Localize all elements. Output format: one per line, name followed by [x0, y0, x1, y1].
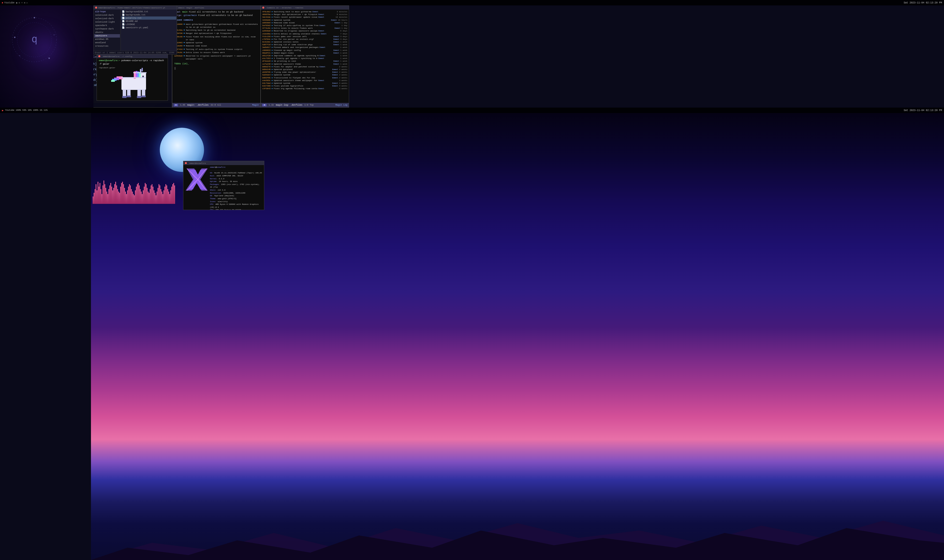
- svg-point-120: [48, 57, 50, 59]
- log-hash: e011f28: [262, 54, 271, 57]
- commit-entry: 0700c88 ● Fixes flake not building when …: [174, 35, 258, 41]
- taskbar-bottom-label: Youtube 100% 59% 10% 100% 1% 11%: [5, 109, 48, 111]
- log-hash: e1c7253: [262, 57, 271, 60]
- taskbar-bottom: ▶ Youtube 100% 59% 10% 100% 1% 11% Sat 2…: [0, 108, 944, 113]
- magit-log-close[interactable]: [262, 7, 264, 9]
- file-item[interactable]: 📄LICENSE: [121, 23, 176, 26]
- log-hash: 3dc52de: [262, 16, 271, 18]
- magit-titlebar: emacs: magit .dotfiles: [172, 6, 260, 9]
- svg-rect-27: [94, 193, 94, 204]
- neofetch-close[interactable]: [185, 162, 187, 164]
- sidebar-item[interactable]: spacedark: [94, 24, 120, 27]
- log-entry: c080033 ● Cleaned up magit config Emmet …: [262, 49, 347, 52]
- svg-rect-55: [121, 183, 122, 204]
- log-time: 3 weeks: [339, 79, 347, 82]
- log-author: Emmet: [332, 68, 338, 71]
- log-msg: Removed some bloat: [274, 22, 295, 24]
- commit-list: dee0888 ● main gitea/main gitlab/main gi…: [174, 23, 258, 60]
- file-item[interactable]: 📄backgrounds.txt: [121, 13, 176, 17]
- svg-rect-36: [102, 185, 103, 204]
- svg-rect-13: [141, 95, 146, 97]
- log-msg: Cleaned up magit config: [274, 49, 301, 52]
- log-hash: 5af93d2: [262, 24, 271, 27]
- log-bullet: ●: [271, 46, 273, 49]
- neofetch-icons: Icons: alacritty: [210, 200, 263, 203]
- taskbar-stats: ▣ ⊟ × ⊞ ▷: [16, 2, 28, 4]
- sidebar-item-uwunicorn[interactable]: uwunicorn: [94, 34, 120, 38]
- svg-rect-104: [170, 194, 170, 204]
- file-item[interactable]: 📄background256.txt: [121, 10, 176, 13]
- log-msg: Getting rid of some electron pkgs: [274, 43, 312, 46]
- log-msg: Reverted to original uwunicorn wallpa: [274, 29, 317, 32]
- file-item[interactable]: 📄uwunicorn-yt.yaml: [121, 26, 176, 29]
- log-author: Emmet: [335, 22, 341, 24]
- svg-rect-84: [150, 189, 150, 204]
- sidebar-item[interactable]: ald-hope: [94, 10, 120, 14]
- commit-msg: Ranger dnd optimization + qb filepicker: [186, 32, 232, 35]
- log-msg: Ranger dnd optimization + qb filepick: [274, 13, 317, 16]
- log-hash: 3a6b617: [262, 46, 271, 49]
- sidebar-item[interactable]: selenized-dark: [94, 17, 120, 20]
- log-bullet: ●: [271, 87, 273, 90]
- sidebar-item[interactable]: woodland: [94, 41, 120, 45]
- log-time: 1 week: [340, 46, 347, 49]
- log-hash: 8c9150c: [262, 40, 271, 43]
- log-msg: Transitioned to flatpak obs for now: [274, 76, 315, 79]
- merge-msg: Fixed all screenshots to be on gh backen…: [198, 14, 253, 17]
- taskbar-top-left: ▶ Youtube ▣ ⊟ × ⊞ ▷: [0, 1, 30, 4]
- svg-rect-70: [136, 187, 137, 204]
- fm-close-button[interactable]: [95, 7, 97, 9]
- svg-rect-74: [140, 189, 140, 204]
- log-hash: 99a8f21: [262, 52, 271, 54]
- svg-rect-95: [160, 189, 161, 204]
- log-entry: b903f05 ● Transitioned to flatpak obs fo…: [262, 76, 347, 79]
- log-bullet: ●: [271, 35, 273, 38]
- svg-rect-9: [142, 89, 145, 96]
- log-time: 1 day: [341, 24, 347, 27]
- log-entry: 4f8c8b2 ● Switching back to main github/…: [262, 10, 347, 13]
- file-item-polarity[interactable]: 📄polarity.txt: [121, 17, 176, 20]
- svg-rect-57: [123, 184, 124, 204]
- svg-point-118: [34, 17, 35, 18]
- sidebar-item[interactable]: selenized-dark: [94, 14, 120, 17]
- poke-close[interactable]: [98, 55, 100, 57]
- log-author: Emmet: [318, 87, 324, 90]
- log-hash: b903f05: [262, 76, 271, 79]
- sidebar-item[interactable]: ubuntu: [94, 31, 120, 34]
- svg-rect-33: [100, 183, 100, 204]
- log-author: Emmet: [332, 74, 338, 76]
- svg-rect-75: [141, 192, 142, 204]
- log-time: 1 week: [340, 43, 347, 46]
- file-item[interactable]: 📄README.md: [121, 20, 176, 23]
- svg-rect-87: [153, 187, 153, 204]
- log-bullet: ●: [271, 79, 273, 82]
- svg-rect-40: [106, 192, 107, 204]
- sidebar-item[interactable]: xresources: [94, 45, 120, 48]
- neofetch-kernel: Kernel: 6.5.9: [210, 178, 263, 180]
- sidebar-item[interactable]: windows-95: [94, 38, 120, 41]
- log-time: 7 days: [340, 32, 347, 35]
- log-entry: cefa230 ● Updated uwunicorn theme Emmet …: [262, 63, 347, 65]
- svg-rect-82: [148, 192, 148, 204]
- log-hash: c3f3643: [262, 87, 271, 90]
- log-entry: 4096f0a ● Ranger dnd optimization + qb f…: [262, 13, 347, 16]
- sidebar-item[interactable]: selenized-light: [94, 20, 120, 24]
- svg-rect-29: [96, 184, 96, 204]
- log-hash: 4f8c8b2: [262, 10, 271, 13]
- log-author: Emmet: [312, 10, 318, 13]
- svg-rect-99: [165, 187, 165, 204]
- log-msg: Updated install notes: [274, 40, 298, 43]
- svg-point-122: [14, 37, 15, 38]
- taskbar-bottom-right: Sat 2023-11-04 02:13:20 PM: [902, 109, 944, 112]
- neofetch-theme: Theme: adw-gtk3 [GTK2/3]: [210, 197, 263, 200]
- log-time: 3 minutes: [337, 10, 347, 13]
- log-entry: 5af93d2 ● Testing if auto-cpufreq is sys…: [262, 24, 347, 27]
- taskbar-datetime: Sat 2023-11-04 02:13:20 PM: [904, 2, 942, 4]
- fm-title: emmet@snowfire: /home/emmet/.dotfiles/th…: [98, 7, 165, 9]
- svg-rect-34: [100, 189, 101, 204]
- log-time: 2 weeks: [339, 65, 347, 68]
- svg-rect-108: [173, 183, 174, 204]
- svg-rect-81: [147, 188, 148, 204]
- sidebar-item[interactable]: synthwave-dark: [94, 27, 120, 31]
- log-author: Emmet: [333, 38, 339, 40]
